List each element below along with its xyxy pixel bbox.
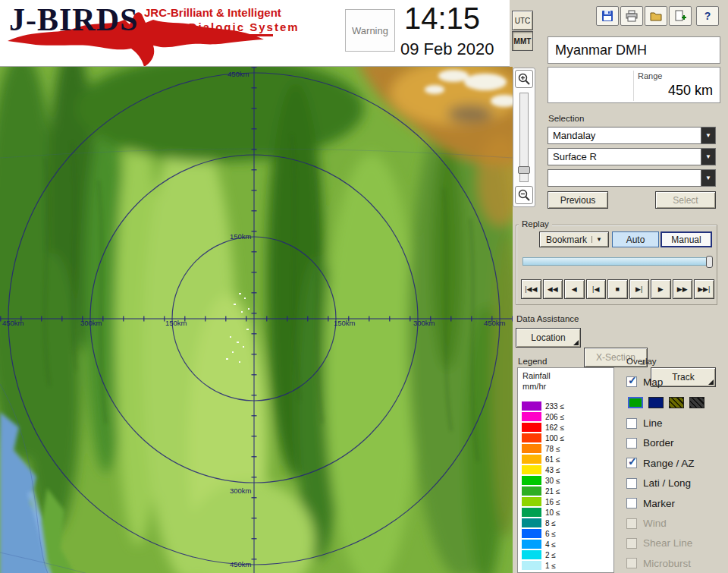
legend-color-chip bbox=[522, 486, 541, 496]
legend-color-chip bbox=[522, 433, 541, 442]
legend-value: 8 ≤ bbox=[545, 519, 556, 527]
auto-button[interactable]: Auto bbox=[612, 231, 659, 247]
station-name: Myanmar DMH bbox=[548, 36, 720, 64]
zoom-slider-thumb[interactable] bbox=[518, 166, 530, 174]
warning-button[interactable]: Warning bbox=[345, 9, 395, 52]
skip-start-button[interactable]: |◀◀ bbox=[521, 279, 541, 299]
step-forward-button[interactable]: ▶| bbox=[629, 279, 650, 299]
legend-row: 4 ≤ bbox=[522, 540, 564, 549]
border-checkbox[interactable] bbox=[626, 438, 637, 449]
zoom-slider[interactable] bbox=[519, 93, 529, 182]
product-combo[interactable]: Surface R ▼ bbox=[548, 148, 716, 165]
lati-long-checkbox[interactable] bbox=[626, 478, 637, 489]
legend-row: 8 ≤ bbox=[522, 518, 564, 527]
legend-color-chip bbox=[522, 455, 541, 464]
marker-checkbox[interactable] bbox=[626, 498, 637, 508]
overlay-item-line[interactable]: Line bbox=[626, 413, 719, 433]
legend-color-chip bbox=[522, 444, 541, 453]
save-button[interactable] bbox=[596, 6, 619, 26]
legend-value: 43 ≤ bbox=[545, 466, 560, 474]
skip-end-button[interactable]: ▶▶| bbox=[694, 279, 714, 299]
legend-value: 100 ≤ bbox=[545, 434, 564, 442]
print-button[interactable] bbox=[620, 6, 643, 26]
map-style-swatch[interactable] bbox=[669, 397, 684, 408]
bookmark-button-label: Bookmark bbox=[546, 235, 587, 245]
clock-time: 14:15 bbox=[404, 2, 480, 36]
legend-value: 4 ≤ bbox=[545, 540, 556, 549]
line-checkbox[interactable] bbox=[626, 418, 637, 429]
ring-label: 150km bbox=[334, 319, 356, 327]
export-button[interactable] bbox=[669, 6, 692, 26]
play-reverse-button[interactable]: ◀ bbox=[564, 279, 585, 299]
overlay-item-lati-long[interactable]: Lati / Long bbox=[626, 474, 719, 493]
ring-label: 450km bbox=[230, 560, 252, 568]
legend-value: 10 ≤ bbox=[545, 508, 560, 517]
legend-value: 162 ≤ bbox=[545, 423, 564, 432]
clock-date: 09 Feb 2020 bbox=[400, 39, 494, 59]
legend-row: 206 ≤ bbox=[522, 412, 564, 421]
map-style-swatch[interactable] bbox=[628, 397, 643, 408]
help-button[interactable]: ? bbox=[696, 6, 719, 26]
legend-row: 100 ≤ bbox=[522, 433, 564, 442]
map-style-swatch[interactable] bbox=[689, 397, 704, 408]
legend-color-chip bbox=[522, 412, 541, 421]
legend-value: 6 ≤ bbox=[545, 530, 556, 538]
ring-label: 450km bbox=[484, 319, 506, 327]
playback-controls: |◀◀ ◀◀ ◀ |◀ ■ ▶| ▶ ▶▶ ▶▶| bbox=[521, 279, 714, 299]
previous-button[interactable]: Previous bbox=[548, 191, 608, 209]
overlay-item-range-az[interactable]: Range / AZ bbox=[626, 453, 719, 473]
legend-value: 2 ≤ bbox=[545, 551, 556, 559]
range-az-checkbox[interactable] bbox=[626, 458, 637, 468]
chevron-down-icon[interactable]: ▼ bbox=[701, 170, 715, 186]
legend-color-chip bbox=[522, 401, 541, 411]
location-button[interactable]: Location bbox=[516, 328, 581, 348]
overlay-item-wind: Wind bbox=[626, 513, 719, 533]
overlay-item-shear-line: Shear Line bbox=[626, 534, 719, 553]
fast-forward-button[interactable]: ▶▶ bbox=[673, 279, 693, 299]
map-checkbox[interactable] bbox=[626, 376, 637, 387]
legend-color-chip bbox=[522, 476, 541, 485]
overlay-item-label: Range / AZ bbox=[643, 458, 695, 469]
ring-label: 450km bbox=[2, 319, 24, 327]
manual-button[interactable]: Manual bbox=[661, 231, 712, 247]
zoom-out-button[interactable] bbox=[515, 186, 533, 204]
chevron-down-icon[interactable]: ▼ bbox=[701, 128, 715, 143]
microburst-checkbox bbox=[626, 558, 637, 568]
overlay-panel: Map Line Border Range / AZ Lati / Long M… bbox=[626, 372, 719, 573]
magnifier-minus-icon bbox=[517, 188, 531, 202]
overlay-item-microburst: Microburst bbox=[626, 553, 719, 573]
ring-label: 150km bbox=[230, 232, 252, 241]
print-icon bbox=[625, 9, 639, 23]
export-page-icon bbox=[673, 9, 687, 23]
range-panel: Range 450 km bbox=[548, 67, 720, 103]
legend-color-chip bbox=[522, 550, 541, 559]
site-combo[interactable]: Mandalay ▼ bbox=[548, 127, 716, 144]
logo-title: J-BIRDS bbox=[9, 2, 138, 38]
replay-slider-thumb[interactable] bbox=[706, 256, 713, 268]
overlay-item-marker[interactable]: Marker bbox=[626, 493, 719, 513]
step-back-button[interactable]: |◀ bbox=[586, 279, 607, 299]
legend-row: 16 ≤ bbox=[522, 497, 564, 506]
legend-label: Legend bbox=[518, 357, 547, 366]
replay-slider[interactable] bbox=[522, 257, 712, 266]
legend-row: 2 ≤ bbox=[522, 550, 564, 559]
play-button[interactable]: ▶ bbox=[651, 279, 671, 299]
overlay-label: Overlay bbox=[626, 357, 657, 366]
chevron-down-icon[interactable]: ▼ bbox=[701, 149, 715, 165]
map-style-swatch[interactable] bbox=[648, 397, 664, 408]
map-svg: 450km 150km 300km 450km 450km 300km 150k… bbox=[0, 67, 513, 573]
fast-rewind-button[interactable]: ◀◀ bbox=[543, 279, 563, 299]
zoom-in-button[interactable] bbox=[515, 70, 533, 88]
bookmark-button[interactable]: Bookmark ▼ bbox=[539, 231, 609, 247]
legend-value: 1 ≤ bbox=[545, 562, 556, 570]
overlay-item-label: Microburst bbox=[643, 558, 691, 569]
utc-button[interactable]: UTC bbox=[512, 11, 533, 30]
radar-map[interactable]: 450km 150km 300km 450km 450km 300km 150k… bbox=[0, 67, 513, 573]
mmt-button[interactable]: MMT bbox=[512, 31, 533, 51]
stop-button[interactable]: ■ bbox=[607, 279, 628, 299]
overlay-item-border[interactable]: Border bbox=[626, 433, 719, 453]
select-button[interactable]: Select bbox=[655, 191, 716, 209]
option-combo[interactable]: ▼ bbox=[548, 169, 716, 187]
open-folder-button[interactable] bbox=[645, 6, 667, 26]
overlay-item-map[interactable]: Map bbox=[626, 372, 719, 392]
